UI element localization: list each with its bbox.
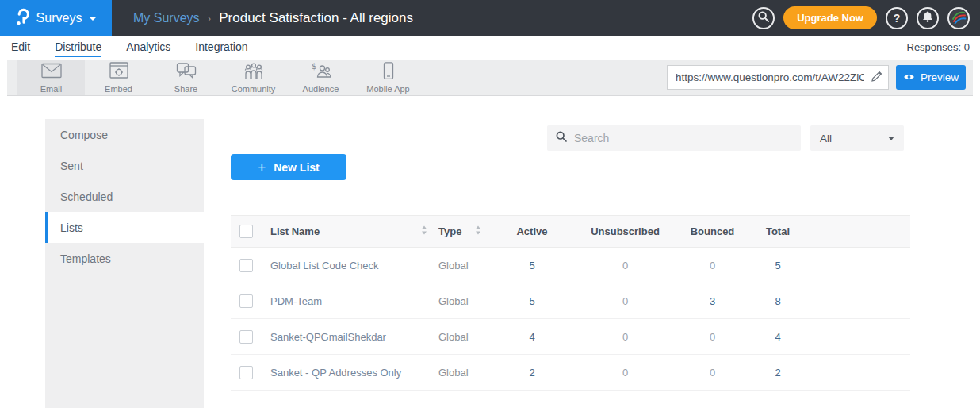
sidebar-item-compose[interactable]: Compose: [45, 119, 204, 150]
channel-mobile-app[interactable]: Mobile App: [354, 60, 422, 95]
active-count[interactable]: 5: [492, 260, 572, 271]
channel-label: Community: [232, 84, 276, 94]
survey-nav: Edit Distribute Analytics Integration Re…: [0, 36, 980, 60]
unsubscribed-count[interactable]: 0: [572, 331, 679, 343]
list-type: Global: [438, 260, 475, 271]
account-avatar[interactable]: [947, 7, 970, 29]
search-icon: [758, 11, 769, 25]
mobile-app-icon: [378, 62, 399, 83]
row-checkbox[interactable]: [239, 259, 253, 272]
column-total: Total: [746, 225, 810, 237]
table-row: PDM-Team Global 5 0 3 8: [231, 283, 910, 319]
channel-email[interactable]: Email: [17, 60, 85, 95]
list-name-link[interactable]: Sanket-QPGmailShekdar: [270, 331, 421, 343]
channel-label: Embed: [105, 84, 132, 94]
sort-list-name-button[interactable]: [421, 225, 438, 237]
survey-link-field: [667, 65, 889, 90]
channel-community[interactable]: Community: [220, 60, 287, 95]
channel-audience[interactable]: $ Audience: [287, 60, 354, 95]
bounced-count[interactable]: 0: [679, 260, 746, 271]
tab-integration[interactable]: Integration: [195, 40, 247, 57]
sort-type-button[interactable]: [475, 225, 492, 237]
avatar-logo-icon: [950, 8, 967, 28]
unsubscribed-count[interactable]: 0: [572, 295, 679, 307]
sidebar-item-lists[interactable]: Lists: [45, 212, 204, 243]
row-checkbox[interactable]: [239, 330, 253, 344]
total-count[interactable]: 2: [746, 367, 810, 379]
top-navbar: Surveys My Surveys › Product Satisfactio…: [0, 0, 980, 36]
sidebar-item-scheduled[interactable]: Scheduled: [45, 181, 204, 212]
product-switcher[interactable]: Surveys: [0, 0, 112, 36]
bounced-count[interactable]: 3: [679, 295, 746, 307]
list-name-link[interactable]: PDM-Team: [270, 295, 421, 307]
preview-button[interactable]: Preview: [896, 65, 966, 90]
filter-selected-value: All: [820, 133, 832, 144]
search-icon: [556, 131, 567, 145]
channel-embed[interactable]: Embed: [85, 60, 152, 95]
column-unsubscribed: Unsubscribed: [572, 225, 679, 237]
breadcrumb-my-surveys[interactable]: My Surveys: [133, 11, 200, 25]
active-count[interactable]: 2: [492, 367, 572, 379]
edit-url-button[interactable]: [866, 71, 888, 84]
tab-distribute[interactable]: Distribute: [55, 40, 101, 57]
list-name-link[interactable]: Sanket - QP Addresses Only: [270, 367, 421, 379]
responses-count[interactable]: Responses: 0: [907, 36, 970, 53]
list-name-link[interactable]: Global List Code Check: [270, 260, 421, 271]
list-type-filter-dropdown[interactable]: All: [810, 125, 904, 151]
sidebar-item-sent[interactable]: Sent: [45, 150, 204, 181]
tab-edit[interactable]: Edit: [11, 40, 30, 57]
tab-analytics[interactable]: Analytics: [126, 40, 170, 57]
upgrade-now-button[interactable]: Upgrade Now: [783, 6, 877, 29]
unsubscribed-count[interactable]: 0: [572, 260, 679, 271]
bounced-count[interactable]: 0: [679, 367, 746, 379]
survey-url-input[interactable]: [668, 71, 866, 83]
breadcrumb-separator: ›: [208, 12, 212, 25]
unsubscribed-count[interactable]: 0: [572, 367, 679, 379]
active-count[interactable]: 4: [492, 331, 572, 343]
community-icon: [243, 62, 264, 83]
product-name: Surveys: [36, 11, 82, 25]
pencil-icon: [871, 71, 882, 84]
column-list-name[interactable]: List Name: [270, 225, 421, 237]
table-row: Sanket-QPGmailShekdar Global 4 0 0 4: [231, 319, 910, 355]
total-count[interactable]: 5: [746, 260, 810, 271]
select-all-checkbox[interactable]: [239, 225, 253, 238]
email-icon: [41, 62, 62, 83]
table-header: List Name Type Active Unsubscribed Bounc…: [231, 215, 910, 248]
total-count[interactable]: 4: [746, 331, 810, 343]
help-button[interactable]: ?: [886, 7, 908, 29]
new-list-button[interactable]: + New List: [231, 154, 346, 180]
lists-search: [547, 125, 801, 151]
breadcrumb: My Surveys › Product Satisfaction - All …: [133, 10, 413, 26]
distribute-toolbar: Email Embed Share: [7, 60, 973, 96]
topbar-actions: Upgrade Now ?: [752, 6, 980, 29]
chevron-down-icon: [89, 17, 97, 21]
row-checkbox[interactable]: [239, 366, 253, 379]
search-button[interactable]: [752, 7, 775, 29]
audience-icon: $: [311, 62, 331, 83]
notifications-button[interactable]: [917, 7, 939, 29]
embed-icon: [109, 62, 129, 83]
row-checkbox[interactable]: [239, 294, 253, 308]
share-icon: [176, 62, 197, 83]
list-type: Global: [438, 367, 475, 379]
lists-table: List Name Type Active Unsubscribed Bounc…: [231, 215, 910, 391]
column-active: Active: [492, 225, 572, 237]
preview-label: Preview: [921, 71, 959, 83]
total-count[interactable]: 8: [746, 295, 810, 307]
table-row: Sanket - QP Addresses Only Global 2 0 0 …: [231, 355, 910, 391]
channel-label: Share: [174, 84, 197, 94]
column-type[interactable]: Type: [438, 225, 475, 237]
eye-icon: [903, 71, 915, 83]
svg-text:$: $: [312, 62, 316, 71]
search-input[interactable]: [574, 132, 792, 144]
sidebar-item-templates[interactable]: Templates: [45, 243, 204, 274]
list-type: Global: [438, 295, 475, 307]
breadcrumb-current-survey: Product Satisfaction - All regions: [219, 10, 413, 26]
active-count[interactable]: 5: [492, 295, 572, 307]
plus-icon: +: [258, 160, 266, 175]
bell-icon: [921, 10, 934, 25]
channel-share[interactable]: Share: [152, 60, 220, 95]
bounced-count[interactable]: 0: [679, 331, 746, 343]
survey-nav-tabs: Edit Distribute Analytics Integration: [11, 36, 247, 57]
